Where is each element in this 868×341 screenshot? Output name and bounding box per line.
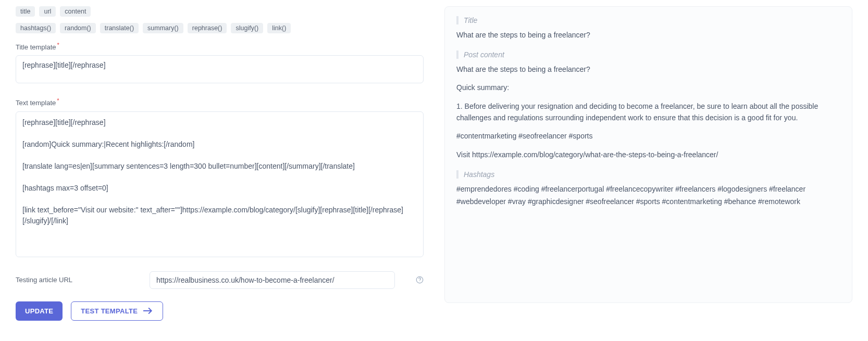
test-template-label: TEST TEMPALTE xyxy=(81,307,138,315)
tag-rephrase-fn[interactable]: rephrase() xyxy=(188,23,227,33)
text-template-label: Text template* xyxy=(16,97,424,107)
tag-hashtags-fn[interactable]: hashtags() xyxy=(16,23,56,33)
test-template-button[interactable]: TEST TEMPALTE xyxy=(71,301,163,321)
tag-link-fn[interactable]: link() xyxy=(267,23,291,33)
text-template-group: Text template* xyxy=(16,97,424,258)
testing-url-label: Testing article URL xyxy=(16,276,143,284)
preview-pc-summary-item: 1. Before delivering your resignation an… xyxy=(456,101,840,123)
tag-summary-fn[interactable]: summary() xyxy=(143,23,183,33)
preview-post-content-heading: Post content xyxy=(456,50,840,59)
preview-hashtags-heading: Hashtags xyxy=(456,170,840,179)
preview-pc-line1: What are the steps to being a freelancer… xyxy=(456,64,840,75)
testing-url-row: Testing article URL xyxy=(16,271,424,289)
preview-pc-hashtags-line: #contentmarketing #seofreelancer #sports xyxy=(456,131,840,142)
tag-random-fn[interactable]: random() xyxy=(60,23,96,33)
right-column: Title What are the steps to being a free… xyxy=(444,6,852,321)
preview-hashtags-line2: #webdeveloper #vray #graphicdesigner #se… xyxy=(456,196,840,208)
tag-content[interactable]: content xyxy=(60,6,91,17)
left-column: title url content hashtags() random() tr… xyxy=(16,6,424,321)
preview-hashtags-line1: #emprendedores #coding #freelancerportug… xyxy=(456,184,840,195)
function-tags-row: hashtags() random() translate() summary(… xyxy=(16,23,424,33)
help-icon[interactable] xyxy=(416,276,424,284)
preview-title-text: What are the steps to being a freelancer… xyxy=(456,30,840,41)
tag-title[interactable]: title xyxy=(16,6,35,17)
text-template-input[interactable] xyxy=(16,111,424,257)
button-row: UPDATE TEST TEMPALTE xyxy=(16,301,424,321)
tag-url[interactable]: url xyxy=(39,6,56,17)
preview-pc-visit-line: Visit https://example.com/blog/category/… xyxy=(456,149,840,161)
title-template-group: Title template* xyxy=(16,42,424,85)
title-template-input[interactable] xyxy=(16,55,424,83)
tag-translate-fn[interactable]: translate() xyxy=(100,23,139,33)
arrow-right-icon xyxy=(143,307,153,314)
svg-point-1 xyxy=(419,282,420,282)
required-indicator: * xyxy=(57,42,59,48)
required-indicator: * xyxy=(57,97,59,104)
title-template-label: Title template* xyxy=(16,42,424,51)
preview-panel: Title What are the steps to being a free… xyxy=(444,6,852,303)
update-button[interactable]: UPDATE xyxy=(16,301,63,321)
tag-slugify-fn[interactable]: slugify() xyxy=(231,23,263,33)
preview-title-heading: Title xyxy=(456,16,840,24)
variable-tags-row: title url content xyxy=(16,6,424,17)
testing-url-input[interactable] xyxy=(150,271,395,289)
preview-pc-summary-label: Quick summary: xyxy=(456,82,840,94)
